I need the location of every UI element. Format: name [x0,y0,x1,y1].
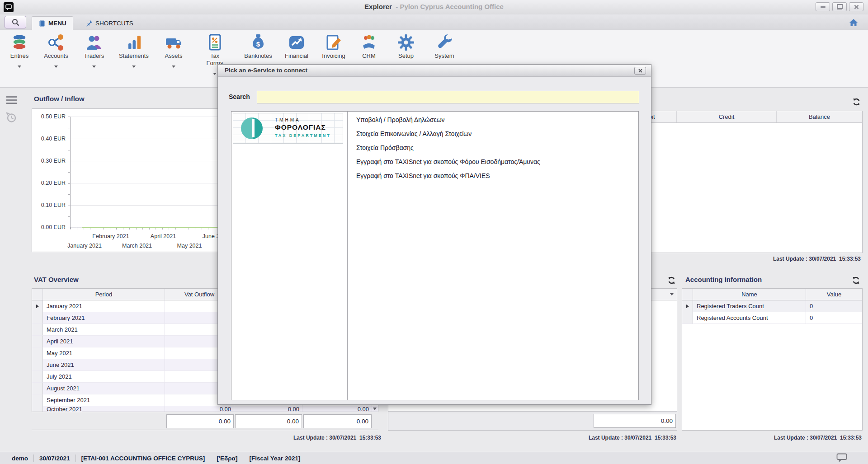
tab-shortcuts[interactable]: SHORTCUTS [80,16,140,30]
hamburger-icon [6,96,17,104]
vat-overview-title: VAT Overview [34,276,79,283]
sidebar-menu-button[interactable] [6,96,17,106]
scrollbar-down-arrow[interactable] [373,408,377,410]
eservice-item[interactable]: Στοιχεία Πρόσβασης [352,141,638,155]
y-axis-label: 0.30 EUR [32,158,66,164]
middle-totals-footer: 0.00 [388,411,677,430]
header-cell-balance[interactable]: Balance [777,111,862,122]
speech-bubble-icon [836,453,847,462]
search-icon [11,18,20,27]
status-company: [ETAI-001 ACCOUNTING OFFICE CYPRUS] [81,455,205,462]
home-icon [849,18,859,27]
table-row-clipped[interactable]: October 2021 0.00 0.00 0.00 [32,406,378,412]
accounting-info-title: Accounting Information [685,276,762,283]
setup-icon [397,33,415,52]
dialog-titlebar[interactable]: Pick an e-Service to connect [218,65,651,77]
header-cell-period[interactable]: Period [43,289,165,300]
chevron-down-icon[interactable] [172,66,175,68]
refresh-icon [668,277,675,284]
window-title-doc: - Pylon Cyprus Accounting Office [396,3,504,10]
x-axis-label: January 2021 [67,243,102,249]
status-fiscal-year: [Fiscal Year 2021] [249,455,300,462]
minimize-icon [821,6,826,8]
close-icon [638,69,642,73]
x-axis-label: February 2021 [92,233,129,239]
period-cell: February 2021 [43,312,165,324]
ribbon-item-traders[interactable]: Traders [77,33,111,75]
value-cell: 0.00 [234,406,302,412]
chevron-down-icon[interactable] [18,66,21,68]
ribbon-label: Setup [398,52,414,60]
filter-dropdown-icon[interactable] [670,293,674,295]
middle-refresh-button[interactable] [668,277,675,286]
accounting-last-update: Last Update : 30/07/2021 15:33:53 [774,435,862,441]
header-cell-value[interactable]: Value [806,289,862,300]
list-divider [347,112,348,400]
window-title: Explorer - Pylon Cyprus Accounting Offic… [0,3,868,10]
logo-text-line2: ΦΟΡΟΛΟΓΙΑΣ [275,123,331,131]
period-cell: January 2021 [43,300,165,312]
value-cell: 0.00 [165,406,234,412]
eservice-item[interactable]: Εγγραφή στο TAXISnet για σκοπούς ΦΠΑ/VIE… [352,169,638,183]
table-row[interactable]: Registered Traders Count 0 [682,300,862,312]
current-row-marker [36,305,39,308]
svg-text:$: $ [256,40,260,48]
history-button[interactable] [5,112,17,125]
ribbon-item-accounts[interactable]: Accounts [35,33,77,75]
system-icon [435,33,453,52]
ribbon-item-statements[interactable]: Statements [111,33,156,75]
chevron-down-icon[interactable] [92,66,96,68]
status-separator [75,455,76,462]
home-button[interactable] [845,17,862,28]
period-cell: June 2021 [43,359,165,371]
ribbon-label: Assets [165,52,182,60]
period-cell: July 2021 [43,371,165,383]
tax-department-logo: ΤΜΗΜΑ ΦΟΡΟΛΟΓΙΑΣ TAX DEPARTMENT [233,113,343,144]
tab-shortcuts-label: SHORTCUTS [95,20,133,27]
y-axis-label: 0.50 EUR [32,113,66,120]
x-axis-label: May 2021 [177,243,202,249]
y-axis-ticks [68,117,70,229]
middle-last-update: Last Update : 30/07/2021 15:33:53 [589,435,676,441]
status-branch: ['Εδρα] [217,455,237,462]
table-row[interactable]: Registered Accounts Count 0 [682,312,862,324]
balance-refresh-button[interactable] [853,98,860,108]
ribbon-label: Financial [285,52,308,60]
y-axis-label: 0.40 EUR [32,136,66,142]
ribbon-label: Banknotes [244,52,272,60]
eservice-item[interactable]: Υποβολή / Προβολή Δηλώσεων [352,113,638,127]
dialog-close-button[interactable] [634,67,646,75]
tab-menu[interactable]: MENU [32,16,73,30]
close-button[interactable] [849,2,863,11]
global-search-button[interactable] [5,16,26,28]
tax-department-logo-mark [241,117,263,139]
header-indicator-cell [682,289,693,300]
tax-forms-icon [206,33,224,52]
ribbon-label: CRM [362,52,376,60]
chevron-down-icon[interactable] [54,66,58,68]
ribbon-item-assets[interactable]: Assets [156,33,191,75]
ribbon-item-entries[interactable]: Entries [4,33,35,75]
chevron-down-icon[interactable] [213,73,217,75]
eservice-item[interactable]: Στοιχεία Επικοινωνίας / Αλλαγή Στοιχείων [352,127,638,141]
ribbon-label: Statements [119,52,149,60]
y-axis-label: 0.20 EUR [32,180,66,186]
logo-text-line3: TAX DEPARTMENT [275,133,331,138]
status-separator [33,455,34,462]
minimize-button[interactable] [816,2,830,11]
x-axis-label: April 2021 [151,233,176,239]
dialog-search-input[interactable] [257,91,639,103]
accounting-table-header: Name Value [682,289,862,300]
chat-button[interactable] [836,453,847,463]
header-cell-credit[interactable]: Credit [677,111,777,122]
period-cell: August 2021 [43,383,165,394]
name-cell: Registered Traders Count [693,300,806,312]
chevron-down-icon[interactable] [132,66,136,68]
logo-text-line1: ΤΜΗΜΑ [275,117,331,122]
accounting-refresh-button[interactable] [852,277,860,286]
header-cell-name[interactable]: Name [693,289,806,300]
dialog-title: Pick an e-Service to connect [225,67,307,74]
vat-last-update: Last Update : 30/07/2021 15:33:53 [293,435,381,441]
restore-button[interactable] [832,2,847,11]
eservice-item[interactable]: Εγγραφή στο TAXISnet για σκοπούς Φόρου Ε… [352,155,638,169]
